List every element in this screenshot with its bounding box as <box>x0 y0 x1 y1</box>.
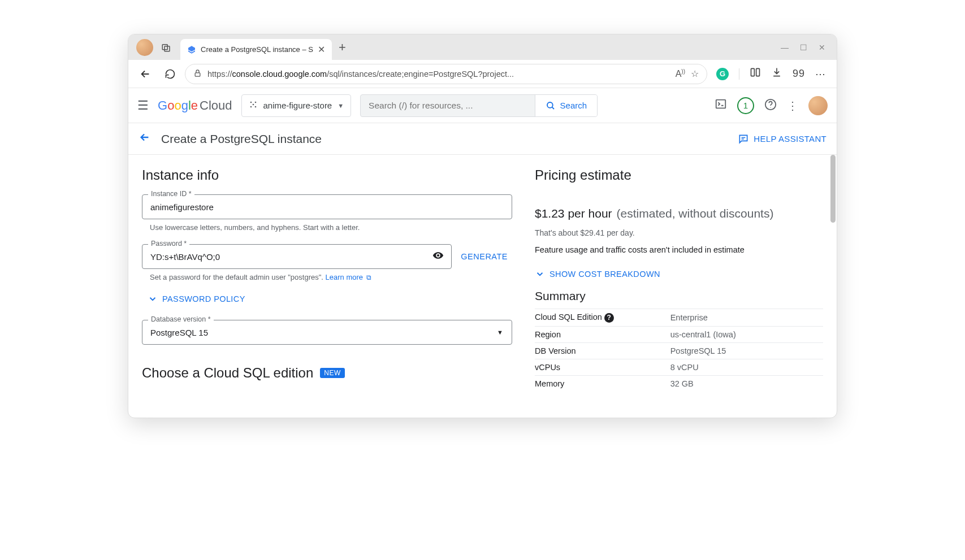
database-version-label: Database version * <box>148 315 214 323</box>
password-row: Password * GENERATE <box>142 244 512 269</box>
form-column: Instance info Instance ID * Use lowercas… <box>142 167 512 418</box>
summary-row: Memory32 GB <box>535 375 823 392</box>
database-version-field: Database version * ▼ <box>142 320 512 345</box>
external-link-icon: ⧉ <box>366 274 371 281</box>
minimize-icon[interactable]: — <box>781 43 789 52</box>
password-policy-toggle[interactable]: PASSWORD POLICY <box>148 294 512 304</box>
workspaces-icon[interactable] <box>157 42 176 53</box>
summary-row: vCPUs8 vCPU <box>535 359 823 375</box>
edition-heading: Choose a Cloud SQL edition <box>142 365 313 381</box>
help-tooltip-icon[interactable]: ? <box>604 313 614 323</box>
help-icon[interactable] <box>764 98 777 113</box>
svg-rect-3 <box>751 68 754 76</box>
read-aloud-icon[interactable]: A)) <box>676 68 685 79</box>
summary-key: Cloud SQL Edition? <box>535 309 670 327</box>
header-actions: 1 ⋮ <box>715 96 828 115</box>
toolbar-divider <box>739 68 739 80</box>
summary-key: DB Version <box>535 342 670 359</box>
chat-icon <box>738 133 749 145</box>
split-screen-icon[interactable] <box>750 67 761 81</box>
tab-close-icon[interactable]: ✕ <box>318 44 325 55</box>
chevron-down-icon: ▼ <box>337 102 344 109</box>
instance-id-help: Use lowercase letters, numbers, and hyph… <box>150 223 512 232</box>
svg-point-7 <box>250 106 252 107</box>
summary-table: Cloud SQL Edition?EnterpriseRegionus-cen… <box>535 309 823 392</box>
show-password-icon[interactable] <box>432 250 444 263</box>
svg-point-10 <box>547 102 553 108</box>
new-badge: NEW <box>320 368 345 378</box>
instance-id-field: Instance ID * <box>142 194 512 219</box>
summary-key: Memory <box>535 375 670 392</box>
refresh-button[interactable] <box>160 64 180 84</box>
svg-point-5 <box>250 101 252 103</box>
scrollbar-thumb[interactable] <box>830 155 836 223</box>
summary-value: PostgreSQL 15 <box>670 342 823 359</box>
database-version-select[interactable] <box>142 320 512 345</box>
instance-id-input[interactable] <box>142 194 512 219</box>
project-selector[interactable]: anime-figure-store ▼ <box>241 94 352 117</box>
address-bar[interactable]: https://console.cloud.google.com/sql/ins… <box>185 64 707 84</box>
more-options-icon[interactable]: ⋮ <box>787 99 798 112</box>
svg-point-13 <box>437 254 439 257</box>
password-label: Password * <box>148 240 189 248</box>
cost-breakdown-toggle[interactable]: SHOW COST BREAKDOWN <box>535 269 823 279</box>
search-input[interactable] <box>361 101 534 111</box>
cloud-logo-text: Cloud <box>200 98 232 113</box>
site-info-lock-icon[interactable] <box>193 69 202 79</box>
summary-row: Cloud SQL Edition?Enterprise <box>535 309 823 327</box>
summary-key: Region <box>535 326 670 342</box>
navigation-menu-icon[interactable]: ☰ <box>137 98 149 113</box>
search-button[interactable]: Search <box>535 95 598 116</box>
pricing-column: Pricing estimate $1.23 per hour (estimat… <box>535 167 823 418</box>
favorite-star-icon[interactable]: ☆ <box>691 68 699 79</box>
window-controls: — ☐ ✕ <box>781 43 832 52</box>
cloud-sql-favicon-icon <box>187 45 196 54</box>
summary-heading: Summary <box>535 289 823 303</box>
price-per-day: That's about $29.41 per day. <box>535 228 823 237</box>
free-trial-badge[interactable]: 1 <box>737 97 754 114</box>
page-title: Create a PostgreSQL instance <box>161 132 322 146</box>
back-button[interactable] <box>135 64 155 84</box>
new-tab-button[interactable]: + <box>339 40 346 55</box>
learn-more-link[interactable]: Learn more ⧉ <box>326 273 371 281</box>
browser-menu-icon[interactable]: ⋯ <box>815 68 825 80</box>
browser-profile-avatar[interactable] <box>136 39 153 56</box>
project-name: anime-figure-store <box>263 101 332 110</box>
downloads-icon[interactable] <box>771 67 782 81</box>
google-logo-icon: Google <box>158 98 198 113</box>
summary-value: 32 GB <box>670 375 823 392</box>
svg-point-8 <box>254 106 256 107</box>
password-help: Set a password for the default admin use… <box>150 273 512 281</box>
summary-value: 8 vCPU <box>670 359 823 375</box>
close-window-icon[interactable]: ✕ <box>819 43 825 52</box>
user-avatar[interactable] <box>808 96 828 115</box>
browser-extensions: G 99 ⋯ <box>712 67 830 81</box>
password-policy-label: PASSWORD POLICY <box>162 294 245 303</box>
maximize-icon[interactable]: ☐ <box>800 43 807 52</box>
svg-rect-11 <box>716 100 726 108</box>
chevron-down-icon <box>148 294 158 304</box>
password-input[interactable] <box>142 244 452 269</box>
grammarly-extension-icon[interactable]: G <box>716 68 729 80</box>
collections-icon[interactable]: 99 <box>793 68 805 80</box>
page-title-bar: Create a PostgreSQL instance HELP ASSIST… <box>128 123 837 155</box>
google-cloud-logo[interactable]: Google Cloud <box>158 98 232 113</box>
search-icon <box>546 101 556 111</box>
generate-password-button[interactable]: GENERATE <box>461 252 512 261</box>
instance-info-heading: Instance info <box>142 167 512 183</box>
browser-toolbar: https://console.cloud.google.com/sql/ins… <box>128 60 837 88</box>
svg-point-9 <box>252 103 254 105</box>
summary-value: us-central1 (Iowa) <box>670 326 823 342</box>
cloud-shell-icon[interactable] <box>715 98 727 113</box>
tab-title: Create a PostgreSQL instance – S <box>201 45 313 54</box>
page-back-button[interactable] <box>139 131 151 147</box>
edition-heading-row: Choose a Cloud SQL edition NEW <box>142 365 512 381</box>
chevron-down-icon <box>535 269 545 279</box>
price-per-hour: $1.23 per hour <box>535 207 612 220</box>
browser-tab[interactable]: Create a PostgreSQL instance – S ✕ <box>180 39 332 60</box>
url-text: https://console.cloud.google.com/sql/ins… <box>207 70 670 79</box>
help-assistant-button[interactable]: HELP ASSISTANT <box>738 133 826 145</box>
price-note: Feature usage and traffic costs aren't i… <box>535 245 823 254</box>
gcp-header: ☰ Google Cloud anime-figure-store ▼ Sear… <box>128 88 837 123</box>
browser-tab-strip: Create a PostgreSQL instance – S ✕ + — ☐… <box>128 34 837 60</box>
